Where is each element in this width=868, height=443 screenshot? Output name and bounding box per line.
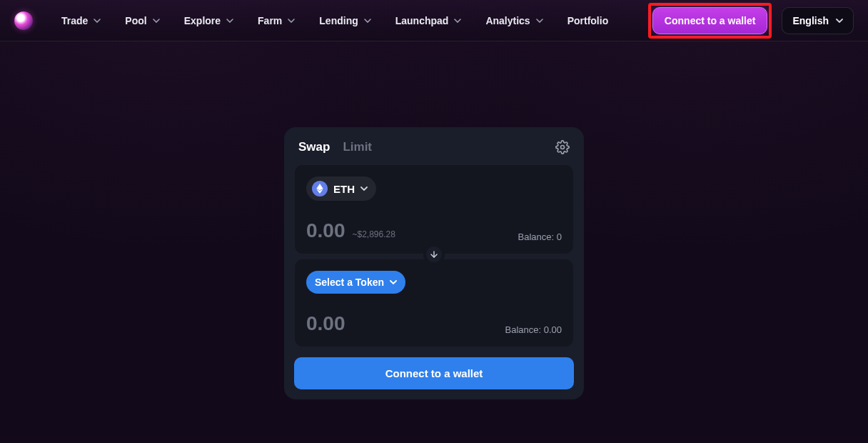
nav-label: Launchpad — [395, 15, 449, 26]
chevron-down-icon — [153, 19, 160, 23]
nav-label: Explore — [184, 15, 221, 26]
nav-item-portfolio[interactable]: Portfolio — [567, 15, 609, 26]
chevron-down-icon — [360, 186, 368, 191]
swap-to-panel: Select a Token 0.00 Balance: 0.00 — [294, 259, 574, 347]
nav-label: Farm — [258, 15, 282, 26]
nav-item-launchpad[interactable]: Launchpad — [395, 15, 462, 26]
swap-action-button[interactable]: Connect to a wallet — [294, 357, 574, 389]
to-token-label: Select a Token — [315, 277, 384, 288]
from-token-symbol: ETH — [333, 183, 355, 195]
from-usd-value: ~$2,896.28 — [353, 229, 395, 239]
to-balance: Balance: 0.00 — [505, 324, 562, 335]
nav-item-explore[interactable]: Explore — [184, 15, 233, 26]
top-navbar: Trade Pool Explore Farm Lending — [0, 0, 868, 41]
chevron-down-icon — [836, 19, 843, 23]
chevron-down-icon — [226, 19, 233, 23]
from-amount-input[interactable]: 0.00 — [306, 219, 345, 242]
nav-label: Pool — [125, 15, 146, 26]
connect-wallet-button[interactable]: Connect to a wallet — [652, 7, 768, 34]
nav-label: Lending — [319, 15, 358, 26]
nav-label: Analytics — [485, 15, 530, 26]
tab-limit[interactable]: Limit — [343, 140, 372, 154]
app-logo[interactable] — [14, 11, 33, 30]
nav-item-lending[interactable]: Lending — [319, 15, 370, 26]
swap-from-panel: ETH 0.00 ~$2,896.28 Balance: 0 — [294, 164, 574, 254]
header-right: Connect to a wallet English — [648, 3, 854, 39]
chevron-down-icon — [94, 19, 101, 23]
nav-item-analytics[interactable]: Analytics — [485, 15, 542, 26]
chevron-down-icon — [364, 19, 371, 23]
chevron-down-icon — [536, 19, 543, 23]
swap-direction-button[interactable] — [423, 244, 445, 265]
chevron-down-icon — [390, 280, 397, 284]
main-content: Swap Limit ETH 0.00 — [0, 41, 868, 399]
to-token-selector[interactable]: Select a Token — [306, 271, 405, 294]
gear-icon — [555, 140, 570, 154]
nav-label: Portfolio — [567, 15, 609, 26]
chevron-down-icon — [288, 19, 295, 23]
tab-swap[interactable]: Swap — [298, 140, 330, 154]
to-amount-input[interactable]: 0.00 — [306, 312, 345, 335]
swap-card-header: Swap Limit — [294, 137, 574, 164]
language-label: English — [792, 15, 829, 26]
eth-icon — [312, 181, 328, 196]
settings-button[interactable] — [555, 140, 570, 154]
from-balance: Balance: 0 — [518, 232, 562, 242]
svg-point-0 — [561, 146, 565, 149]
language-selector[interactable]: English — [782, 7, 854, 34]
nav-item-farm[interactable]: Farm — [258, 15, 295, 26]
main-nav: Trade Pool Explore Farm Lending — [61, 15, 648, 26]
chevron-down-icon — [454, 19, 461, 23]
arrow-down-icon — [429, 249, 439, 259]
nav-item-pool[interactable]: Pool — [125, 15, 159, 26]
highlight-annotation: Connect to a wallet — [648, 3, 772, 39]
nav-label: Trade — [61, 15, 88, 26]
to-amount-row: 0.00 Balance: 0.00 — [306, 312, 562, 335]
from-amount-row: 0.00 ~$2,896.28 Balance: 0 — [306, 219, 562, 242]
from-token-selector[interactable]: ETH — [306, 176, 376, 201]
swap-card: Swap Limit ETH 0.00 — [284, 127, 584, 399]
nav-item-trade[interactable]: Trade — [61, 15, 101, 26]
